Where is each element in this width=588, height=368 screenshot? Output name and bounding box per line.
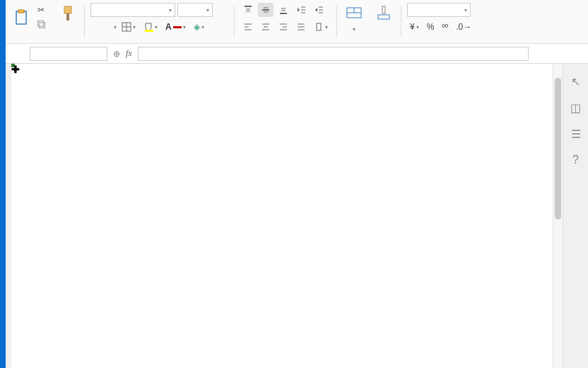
merge-cells-button[interactable] [343, 3, 365, 23]
scissors-icon: ✂ [37, 5, 45, 15]
paste-icon [14, 8, 30, 27]
help-icon[interactable]: ? [572, 154, 579, 166]
brush-icon [60, 5, 76, 22]
fx-icon[interactable]: fx [126, 48, 132, 59]
svg-rect-8 [173, 26, 182, 28]
percent-button[interactable]: % [424, 20, 437, 34]
align-middle-button[interactable] [258, 3, 274, 17]
comma-button[interactable]: ºº [439, 20, 451, 34]
align-center-button[interactable] [258, 20, 274, 34]
fill-icon [143, 22, 153, 32]
panel-icon[interactable]: ◫ [570, 101, 581, 115]
format-painter-button[interactable] [57, 3, 78, 24]
bold-button[interactable] [90, 25, 96, 29]
svg-rect-7 [145, 30, 153, 32]
indent-decrease-button[interactable] [293, 3, 309, 17]
copy-button[interactable]: ⿻ [35, 18, 50, 32]
svg-rect-2 [64, 6, 71, 13]
select-tool-icon[interactable]: ↖ [571, 75, 580, 88]
font-color-button[interactable]: A▾ [163, 20, 189, 34]
currency-button[interactable]: ¥▾ [407, 20, 422, 34]
formula-bar-row: ⊕ fx [6, 44, 588, 64]
align-right-button[interactable] [276, 20, 291, 34]
svg-rect-40 [382, 6, 385, 13]
fill-color-button[interactable]: ▾ [141, 20, 160, 34]
font-family-select[interactable]: ▾ [90, 3, 175, 17]
paste-button[interactable] [11, 6, 33, 29]
merge-label: ▾ [353, 24, 355, 33]
svg-rect-41 [378, 15, 389, 19]
svg-rect-36 [317, 23, 321, 30]
svg-rect-0 [16, 11, 26, 24]
cut-button[interactable]: ✂ [35, 3, 50, 17]
increase-font-button[interactable] [215, 8, 220, 12]
effects-button[interactable]: ◈▾ [191, 20, 207, 34]
svg-rect-1 [18, 10, 24, 13]
settings-icon[interactable]: ☰ [571, 127, 581, 141]
italic-button[interactable] [98, 25, 104, 29]
border-button[interactable]: ▾ [119, 20, 139, 34]
vertical-scrollbar[interactable] [553, 64, 563, 368]
zoom-icon[interactable]: ⊕ [113, 49, 120, 59]
merge-icon [346, 5, 363, 21]
wrap-icon [375, 5, 392, 21]
align-top-button[interactable] [240, 3, 256, 17]
decrease-font-button[interactable] [223, 8, 228, 12]
formula-bar[interactable] [138, 47, 529, 61]
wrap-text-button[interactable] [372, 3, 395, 23]
justify-button[interactable] [293, 20, 309, 34]
indent-increase-button[interactable] [311, 3, 327, 17]
underline-button[interactable] [106, 25, 112, 29]
right-toolbar: ↖ ◫ ☰ ? [563, 64, 588, 368]
scrollbar-thumb[interactable] [555, 78, 561, 219]
align-left-button[interactable] [240, 20, 256, 34]
worksheet[interactable]: ✚ [11, 64, 553, 368]
border-icon [122, 22, 131, 32]
cell-selection [11, 64, 14, 67]
name-box[interactable] [30, 47, 107, 61]
number-format-select[interactable]: ▾ [407, 3, 471, 17]
svg-rect-3 [66, 13, 69, 21]
copy-icon: ⿻ [37, 20, 46, 30]
orientation-button[interactable]: ▾ [311, 20, 331, 34]
cursor-crosshair: ✚ [11, 64, 20, 75]
align-bottom-button[interactable] [276, 3, 291, 17]
ribbon: ✂ ⿻ ▾ ▾ ▾ ▾ [6, 0, 588, 44]
decimal-inc-button[interactable]: .0→ [453, 20, 474, 34]
font-size-select[interactable]: ▾ [177, 3, 213, 17]
